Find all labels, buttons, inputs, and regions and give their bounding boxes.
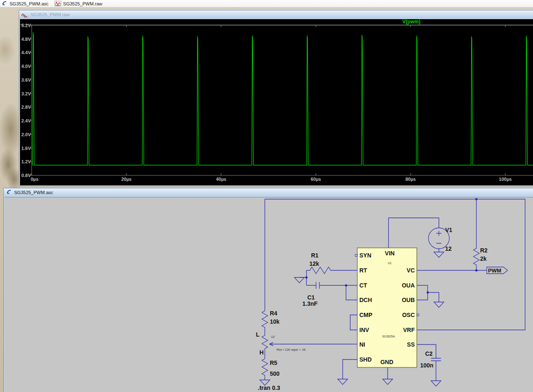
y-tick-label: 3.2V [20, 91, 31, 96]
c1-value: 1.3nF [302, 300, 318, 307]
voltage-source-v1[interactable]: V1 12 [428, 227, 452, 252]
wire-oua-oub[interactable] [417, 285, 428, 300]
schematic-svg: SYN RT CT DCH CMP INV NI SHD VC OUA OUB … [5, 197, 533, 392]
pin-label-vin: VIN [385, 250, 394, 257]
x-tick-label: 100µs [495, 177, 516, 182]
pin-label: SYN [359, 252, 371, 259]
trace-v-pwm[interactable] [32, 32, 533, 165]
wire-dch[interactable] [346, 285, 357, 300]
tab-waveform-label: SG3525_PWM.raw [63, 1, 102, 6]
r2-value: 2k [480, 255, 487, 262]
r1-ref: R1 [311, 252, 319, 259]
wire-wiper-ni[interactable] [269, 342, 357, 346]
pin-label: VRF [403, 327, 415, 333]
u2-top-label: L [256, 331, 259, 338]
junction-dot [345, 285, 347, 287]
v1-value: 12 [445, 245, 452, 252]
wire-shd-gnd[interactable] [343, 360, 357, 379]
capacitor-c1[interactable]: C1 1.3nF [302, 282, 319, 307]
ground-shd[interactable] [338, 379, 348, 385]
pin-label: DCH [359, 297, 372, 303]
pin-label: RT [359, 267, 367, 274]
axis-border [32, 25, 533, 175]
r2-ref: R2 [480, 247, 488, 254]
u2-note: Rtot = 22K wiper = .05 [276, 348, 306, 352]
y-tick-label: 4.8V [20, 37, 31, 42]
schematic-window-icon [6, 190, 12, 195]
x-tick-label: 40µs [211, 177, 232, 182]
waveform-trace-svg [20, 25, 533, 186]
junction-dot [306, 277, 308, 279]
y-tick-label: 5.2V [20, 23, 31, 28]
ic-part-number: SG3525A [382, 335, 395, 338]
waveform-icon [55, 1, 61, 6]
junction-dot [427, 292, 429, 294]
x-tick-label: 60µs [306, 177, 326, 182]
y-tick-label: 2.8V [20, 105, 31, 110]
waveform-window-title: SG3525_PWM.raw [30, 12, 70, 17]
schematic-titlebar[interactable]: SG3525_PWM.asc [4, 188, 533, 197]
schematic-canvas[interactable]: SYN RT CT DCH CMP INV NI SHD VC OUA OUB … [5, 197, 533, 392]
wire-out-gnd[interactable] [428, 292, 439, 302]
unconnected-pin-syn [355, 255, 357, 257]
x-tick-label: 80µs [400, 177, 421, 182]
document-tab-bar: SG3525_PWM.asc SG3525_PWM.raw [0, 0, 533, 7]
wire-r1-c1-left[interactable] [299, 270, 316, 285]
schematic-icon [2, 1, 7, 7]
schematic-window-title: SG3525_PWM.asc [14, 190, 53, 195]
waveform-pane[interactable]: V(pwm) 5.2V4.8V4.4V4.0V3.6V3.2V2.8V2.4V2… [20, 19, 533, 185]
pin-label: SS [407, 341, 415, 348]
legend-strip: V(pwm) [20, 19, 533, 25]
r5-ref: R5 [270, 360, 277, 366]
ground-ic[interactable] [383, 379, 393, 385]
y-tick-label: 2.0V [20, 132, 31, 137]
pin-label: OSC [402, 312, 415, 318]
r1-value: 12k [309, 260, 319, 267]
c1-ref: C1 [307, 294, 315, 301]
wire-vin[interactable] [389, 218, 439, 248]
net-flag-pwm[interactable]: PWM [487, 267, 508, 274]
directive-text[interactable]: .tran 0.3 [258, 385, 280, 391]
pin-label: OUB [402, 297, 415, 303]
resistor-r1[interactable]: R1 12k [306, 252, 336, 274]
resistor-r2[interactable]: R2 2k [473, 247, 488, 267]
y-tick-label: 4.4V [20, 50, 31, 55]
waveform-titlebar[interactable]: SG3525_PWM.raw [19, 10, 533, 19]
r4-ref: R4 [270, 310, 277, 317]
x-tick-label: 20µs [116, 177, 137, 182]
pin-label: CMP [359, 312, 372, 318]
resistor-r4[interactable]: R4 10k [262, 309, 280, 330]
pin-label: INV [359, 327, 369, 333]
unconnected-pin-osc [417, 314, 419, 316]
tab-schematic-label: SG3525_PWM.asc [10, 1, 49, 6]
tab-schematic[interactable]: SG3525_PWM.asc [0, 0, 53, 7]
pin-label: NI [359, 341, 365, 348]
pin-label: CT [359, 282, 367, 289]
pin-label: OUA [402, 282, 415, 289]
resistor-r5[interactable]: R5 500 [262, 357, 280, 378]
u2-refdes: U2 [271, 335, 275, 338]
y-tick-label: 1.6V [20, 146, 31, 151]
ground-outputs[interactable] [434, 302, 444, 307]
wire-cmp-inv[interactable] [350, 315, 357, 330]
plot-area[interactable]: 5.2V4.8V4.4V4.0V3.6V3.2V2.8V2.4V2.0V1.6V… [20, 25, 533, 185]
ground-v1[interactable] [434, 252, 444, 257]
potentiometer-u2[interactable]: L H U2 Rtot = 22K wiper = .05 [256, 331, 305, 356]
ground-rc[interactable] [294, 277, 304, 283]
pin-label: VC [407, 267, 415, 274]
ic-sg3525a[interactable]: SYN RT CT DCH CMP INV NI SHD VC OUA OUB … [355, 248, 419, 367]
junction-dot [476, 198, 478, 200]
net-flag-pwm-label: PWM [488, 267, 501, 274]
legend-series[interactable]: V(pwm) [382, 19, 441, 25]
capacitor-c2[interactable]: C2 100n [420, 350, 441, 369]
c2-ref: C2 [425, 350, 433, 357]
y-tick-label: 2.4V [20, 118, 31, 123]
y-tick-label: 3.6V [20, 77, 31, 82]
x-tick-label: 0µs [24, 177, 45, 182]
waveform-window-icon [21, 12, 28, 17]
schematic-window: SG3525_PWM.asc [3, 188, 533, 392]
waveform-window: SG3525_PWM.raw V(pwm) 5.2V4.8V4.4V4.0V3.… [19, 10, 533, 186]
ground-c2[interactable] [431, 381, 441, 386]
tab-waveform[interactable]: SG3525_PWM.raw [53, 0, 107, 7]
pin-label-gnd: GND [380, 359, 393, 365]
